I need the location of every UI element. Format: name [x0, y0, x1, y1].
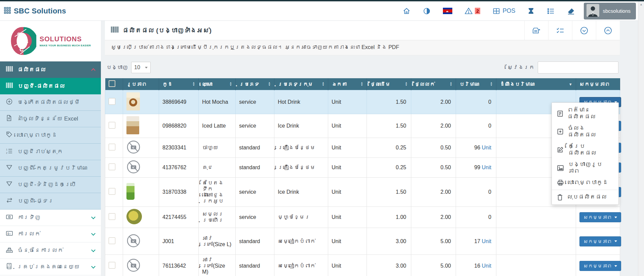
- sidebar-item-print-barcode[interactable]: បោះពុម្ពបាកូដ: [0, 127, 101, 144]
- sidebar-item-sales[interactable]: $= ការលក់: [0, 226, 101, 242]
- col-code-sort[interactable]: កូដ▲▼: [159, 78, 199, 90]
- row-action-button[interactable]: សកម្មភាព: [579, 236, 621, 246]
- expand-panel-button[interactable]: [596, 21, 620, 40]
- product-image[interactable]: [126, 92, 140, 110]
- brand[interactable]: SBC Solutions: [4, 7, 66, 15]
- cell-code: 41376762: [159, 158, 199, 178]
- cell-qty: 17 Unit: [456, 228, 496, 255]
- menu-item-delete-product[interactable]: លុបផលិតផល: [552, 191, 618, 203]
- product-image[interactable]: [126, 116, 139, 134]
- sidebar-item-create-product[interactable]: បង្កើតផលិតផលថ្មី: [0, 94, 101, 111]
- menu-item-print-barcode[interactable]: បោះពុម្ពបាកូដ: [552, 177, 618, 188]
- sidebar-item-label: បោះពុម្ពបាកូដ: [17, 132, 95, 139]
- cell-unit: Unit: [328, 178, 367, 207]
- menu-item-label: លុបផលិតផល: [567, 194, 607, 200]
- money-check-icon: $=: [6, 231, 13, 238]
- cell-type: service: [236, 207, 274, 228]
- menu-item-show-image[interactable]: បង្ហាញរូបភាព: [552, 159, 618, 177]
- col-qty-alert-sort[interactable]: ដំណឹងបរិមាណ▼: [496, 78, 576, 90]
- cell-price: 0.50: [411, 138, 456, 158]
- sidebar-item-label: បញ្ជី-ផលិតផល: [17, 83, 95, 90]
- barcode-icon: [6, 83, 13, 90]
- row-action-button[interactable]: សកម្មភាព: [579, 261, 621, 271]
- row-checkbox[interactable]: [109, 262, 115, 269]
- col-unit-sort[interactable]: ឯកតា▲▼: [328, 78, 367, 90]
- sidebar-item-point-of-sale[interactable]: ចំនុចនៃការលក់: [0, 242, 101, 259]
- col-qty-sort[interactable]: បរិមាណ▲▼: [456, 78, 496, 90]
- qty-unit-link[interactable]: Unit: [482, 165, 491, 170]
- cell-qty: 99 Unit: [456, 158, 496, 178]
- table-row: 41376762 គុជ standard គ្រឿងបន្ថែម Unit 0…: [105, 158, 620, 178]
- table-row: 82303341 ចាហួយ standard គ្រឿងបន្ថែម Unit…: [105, 138, 620, 158]
- sidebar-item-import-excel[interactable]: នាំចូលទិន្នន័យ Excel: [0, 111, 101, 127]
- cell-qty-alert: [496, 228, 576, 255]
- column-settings-button[interactable]: [548, 21, 572, 40]
- cell-name: Iced Latte: [199, 114, 236, 138]
- caret-down-icon: [145, 67, 148, 68]
- col-group-sort[interactable]: ប្រភេទក្រុម▲▼: [274, 78, 328, 90]
- user-menu[interactable]: sbcsolutions: [584, 3, 636, 19]
- cell-unit: Unit: [328, 114, 367, 138]
- sidebar-item-stock-count[interactable]: 1 2 បញ្ជីរាប់ស្តុក: [0, 144, 101, 160]
- theme-contrast-icon[interactable]: [423, 7, 431, 15]
- product-image[interactable]: [126, 209, 142, 224]
- pos-label: POS: [502, 7, 515, 14]
- vertical-scrollbar[interactable]: ▲: [638, 1, 644, 276]
- cell-unit: Unit: [328, 228, 367, 255]
- sidebar-item-qty-adjustment[interactable]: បញ្ជី-កែតម្រូវបរិមាណ: [0, 160, 101, 177]
- sidebar-item-stock-out[interactable]: បញ្ជី-ទំនិញដកប្រើ: [0, 177, 101, 193]
- col-price-sort[interactable]: ថ្លៃលក់▲▼: [411, 78, 456, 90]
- table-row: 38869649 Hot Mocha service Hot Drink Uni…: [105, 90, 620, 114]
- row-checkbox[interactable]: [109, 213, 115, 220]
- col-type-sort[interactable]: ប្រភេទ▲▼: [236, 78, 274, 90]
- scroll-up-arrow[interactable]: ▲: [638, 1, 644, 7]
- qty-unit-link[interactable]: Unit: [482, 238, 491, 244]
- product-image[interactable]: [126, 183, 135, 200]
- qty-unit-link[interactable]: Unit: [482, 263, 491, 269]
- row-action-button[interactable]: សកម្មភាព: [579, 212, 621, 222]
- menu-item-duplicate-product[interactable]: ចំលងផលិតផល: [552, 123, 618, 141]
- search-input[interactable]: [538, 61, 618, 74]
- sidebar-item-label: បង្កើតផលិតផលថ្មី: [17, 99, 95, 106]
- alerts-warning-icon[interactable]: 2: [464, 7, 480, 15]
- row-checkbox[interactable]: [109, 164, 115, 170]
- language-flag-icon[interactable]: [443, 8, 452, 14]
- cell-price: 2.00: [411, 207, 456, 228]
- select-all-checkbox[interactable]: [109, 80, 115, 87]
- cell-qty: 0: [456, 207, 496, 228]
- col-image: រូបភាព: [126, 81, 147, 87]
- eraser-icon[interactable]: [567, 7, 575, 15]
- menu-item-edit-product[interactable]: កែប្រែផលិតផល: [552, 141, 618, 159]
- sidebar-item-accounting[interactable]: គ្រប់គ្រងគណនេយ្យ: [0, 259, 101, 275]
- cell-name: Hot Mocha: [199, 90, 236, 114]
- export-menu-button[interactable]: [524, 21, 548, 40]
- cell-name: គុជ: [199, 158, 236, 178]
- page-size-select[interactable]: 10: [131, 62, 151, 73]
- page-title: ផលិតផល (បង្ហាញទាំងអស់): [122, 27, 212, 34]
- sidebar-item-product-list[interactable]: បញ្ជី-ផលិតផល: [0, 78, 101, 94]
- sidebar-item-transfer[interactable]: បញ្ជី-ផ្ទេរ: [0, 193, 101, 210]
- home-icon[interactable]: [403, 7, 411, 15]
- sort-icon: ▲▼: [268, 82, 271, 86]
- hourglass-icon[interactable]: [527, 7, 535, 15]
- row-checkbox[interactable]: [109, 144, 115, 150]
- pos-button[interactable]: POS: [492, 7, 515, 15]
- chevron-down-icon: [91, 248, 96, 252]
- row-checkbox[interactable]: [109, 188, 115, 195]
- col-cost-sort[interactable]: ថ្លៃដើម▲▼: [367, 78, 411, 90]
- chevron-up-icon: [91, 68, 96, 73]
- col-name-sort[interactable]: ឈ្មោះ▲▼: [199, 78, 236, 90]
- caret-down-icon: [614, 217, 617, 218]
- cell-cost: 0.25: [367, 158, 411, 178]
- qty-unit-link[interactable]: Unit: [482, 145, 491, 150]
- cell-group: គ្រឿងបន្ថែម: [274, 158, 328, 178]
- svg-text:$=: $=: [7, 232, 11, 235]
- sidebar-section-products[interactable]: ផលិតផល: [0, 61, 101, 78]
- row-checkbox[interactable]: [109, 98, 115, 105]
- row-checkbox[interactable]: [109, 237, 115, 244]
- list-icon[interactable]: [547, 7, 555, 15]
- menu-item-product-info[interactable]: ពត៌មានផលិតផល: [552, 104, 618, 123]
- sidebar-item-purchases[interactable]: ការទិញ: [0, 210, 101, 226]
- row-checkbox[interactable]: [109, 122, 115, 129]
- collapse-panel-button[interactable]: [572, 21, 596, 40]
